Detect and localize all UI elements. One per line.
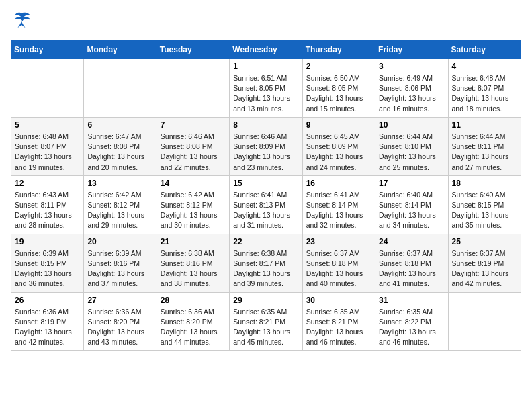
calendar-cell: 10Sunrise: 6:44 AMSunset: 8:10 PMDayligh… (375, 117, 448, 175)
day-number: 11 (452, 120, 517, 130)
calendar-cell: 6Sunrise: 6:47 AMSunset: 8:08 PMDaylight… (84, 117, 157, 175)
day-info: Sunrise: 6:37 AMSunset: 8:18 PMDaylight:… (306, 248, 371, 289)
day-info: Sunrise: 6:50 AMSunset: 8:05 PMDaylight:… (306, 73, 371, 114)
day-number: 26 (15, 295, 80, 305)
day-info: Sunrise: 6:46 AMSunset: 8:08 PMDaylight:… (161, 132, 226, 173)
day-number: 7 (161, 120, 226, 130)
day-number: 2 (306, 62, 371, 71)
calendar-cell: 23Sunrise: 6:37 AMSunset: 8:18 PMDayligh… (302, 234, 375, 292)
day-number: 20 (87, 237, 152, 246)
calendar-cell: 29Sunrise: 6:35 AMSunset: 8:21 PMDayligh… (230, 292, 302, 351)
calendar-cell: 31Sunrise: 6:35 AMSunset: 8:22 PMDayligh… (375, 292, 448, 351)
calendar-cell: 26Sunrise: 6:36 AMSunset: 8:19 PMDayligh… (11, 292, 84, 351)
calendar-table: SundayMondayTuesdayWednesdayThursdayFrid… (11, 40, 521, 351)
day-number: 10 (379, 120, 444, 130)
day-info: Sunrise: 6:40 AMSunset: 8:15 PMDaylight:… (452, 190, 517, 231)
day-number: 23 (306, 237, 371, 246)
day-info: Sunrise: 6:39 AMSunset: 8:15 PMDaylight:… (15, 248, 80, 289)
day-info: Sunrise: 6:35 AMSunset: 8:22 PMDaylight:… (379, 307, 444, 348)
calendar-cell: 19Sunrise: 6:39 AMSunset: 8:15 PMDayligh… (11, 234, 84, 292)
day-number: 25 (452, 237, 517, 246)
calendar-week-row: 12Sunrise: 6:43 AMSunset: 8:11 PMDayligh… (11, 175, 521, 234)
day-number: 4 (452, 62, 517, 71)
day-info: Sunrise: 6:46 AMSunset: 8:09 PMDaylight:… (233, 132, 298, 173)
day-info: Sunrise: 6:35 AMSunset: 8:21 PMDaylight:… (233, 307, 298, 348)
day-number: 5 (15, 120, 80, 130)
day-info: Sunrise: 6:40 AMSunset: 8:14 PMDaylight:… (379, 190, 444, 231)
day-info: Sunrise: 6:35 AMSunset: 8:21 PMDaylight:… (306, 307, 371, 348)
day-info: Sunrise: 6:38 AMSunset: 8:17 PMDaylight:… (233, 248, 298, 289)
day-info: Sunrise: 6:41 AMSunset: 8:14 PMDaylight:… (306, 190, 371, 231)
day-info: Sunrise: 6:38 AMSunset: 8:16 PMDaylight:… (161, 248, 226, 289)
calendar-cell: 3Sunrise: 6:49 AMSunset: 8:06 PMDaylight… (375, 59, 448, 118)
calendar-cell: 24Sunrise: 6:37 AMSunset: 8:18 PMDayligh… (375, 234, 448, 292)
day-number: 29 (233, 295, 298, 305)
calendar-cell (11, 59, 84, 118)
calendar-cell: 16Sunrise: 6:41 AMSunset: 8:14 PMDayligh… (302, 175, 375, 234)
calendar-cell (157, 59, 229, 118)
day-number: 27 (87, 295, 152, 305)
day-number: 17 (379, 179, 444, 188)
calendar-week-row: 26Sunrise: 6:36 AMSunset: 8:19 PMDayligh… (11, 292, 521, 351)
logo-bird-icon (12, 11, 31, 30)
day-number: 24 (379, 237, 444, 246)
calendar-cell: 13Sunrise: 6:42 AMSunset: 8:12 PMDayligh… (84, 175, 157, 234)
calendar-week-row: 5Sunrise: 6:48 AMSunset: 8:07 PMDaylight… (11, 117, 521, 175)
day-info: Sunrise: 6:51 AMSunset: 8:05 PMDaylight:… (233, 73, 298, 114)
calendar-cell: 14Sunrise: 6:42 AMSunset: 8:12 PMDayligh… (157, 175, 229, 234)
day-info: Sunrise: 6:41 AMSunset: 8:13 PMDaylight:… (233, 190, 298, 231)
day-number: 21 (161, 237, 226, 246)
calendar-cell: 4Sunrise: 6:48 AMSunset: 8:07 PMDaylight… (448, 59, 521, 118)
day-number: 22 (233, 237, 298, 246)
day-of-week-header: Friday (375, 41, 448, 59)
day-info: Sunrise: 6:36 AMSunset: 8:20 PMDaylight:… (161, 307, 226, 348)
calendar-cell: 30Sunrise: 6:35 AMSunset: 8:21 PMDayligh… (302, 292, 375, 351)
day-info: Sunrise: 6:44 AMSunset: 8:10 PMDaylight:… (379, 132, 444, 173)
day-info: Sunrise: 6:43 AMSunset: 8:11 PMDaylight:… (15, 190, 80, 231)
day-number: 9 (306, 120, 371, 130)
calendar-cell: 15Sunrise: 6:41 AMSunset: 8:13 PMDayligh… (230, 175, 302, 234)
day-info: Sunrise: 6:48 AMSunset: 8:07 PMDaylight:… (452, 73, 517, 114)
day-of-week-header: Monday (84, 41, 157, 59)
day-info: Sunrise: 6:42 AMSunset: 8:12 PMDaylight:… (161, 190, 226, 231)
day-number: 3 (379, 62, 444, 71)
calendar-cell: 18Sunrise: 6:40 AMSunset: 8:15 PMDayligh… (448, 175, 521, 234)
calendar-cell: 27Sunrise: 6:36 AMSunset: 8:20 PMDayligh… (84, 292, 157, 351)
calendar-week-row: 19Sunrise: 6:39 AMSunset: 8:15 PMDayligh… (11, 234, 521, 292)
day-info: Sunrise: 6:47 AMSunset: 8:08 PMDaylight:… (87, 132, 152, 173)
day-number: 6 (87, 120, 152, 130)
day-info: Sunrise: 6:37 AMSunset: 8:19 PMDaylight:… (452, 248, 517, 289)
calendar-cell: 20Sunrise: 6:39 AMSunset: 8:16 PMDayligh… (84, 234, 157, 292)
page-header (11, 11, 521, 32)
calendar-cell: 12Sunrise: 6:43 AMSunset: 8:11 PMDayligh… (11, 175, 84, 234)
calendar-week-row: 1Sunrise: 6:51 AMSunset: 8:05 PMDaylight… (11, 59, 521, 118)
day-number: 16 (306, 179, 371, 188)
day-number: 19 (15, 237, 80, 246)
calendar-cell (448, 292, 521, 351)
day-info: Sunrise: 6:44 AMSunset: 8:11 PMDaylight:… (452, 132, 517, 173)
calendar-cell: 21Sunrise: 6:38 AMSunset: 8:16 PMDayligh… (157, 234, 229, 292)
calendar-cell: 8Sunrise: 6:46 AMSunset: 8:09 PMDaylight… (230, 117, 302, 175)
calendar-cell: 1Sunrise: 6:51 AMSunset: 8:05 PMDaylight… (230, 59, 302, 118)
day-number: 1 (233, 62, 298, 71)
day-info: Sunrise: 6:36 AMSunset: 8:20 PMDaylight:… (87, 307, 152, 348)
calendar-cell: 22Sunrise: 6:38 AMSunset: 8:17 PMDayligh… (230, 234, 302, 292)
day-of-week-header: Tuesday (157, 41, 229, 59)
calendar-cell (84, 59, 157, 118)
day-info: Sunrise: 6:42 AMSunset: 8:12 PMDaylight:… (87, 190, 152, 231)
day-info: Sunrise: 6:36 AMSunset: 8:19 PMDaylight:… (15, 307, 80, 348)
calendar-cell: 9Sunrise: 6:45 AMSunset: 8:09 PMDaylight… (302, 117, 375, 175)
day-number: 14 (161, 179, 226, 188)
day-of-week-header: Thursday (302, 41, 375, 59)
calendar-cell: 5Sunrise: 6:48 AMSunset: 8:07 PMDaylight… (11, 117, 84, 175)
day-number: 18 (452, 179, 517, 188)
calendar-cell: 28Sunrise: 6:36 AMSunset: 8:20 PMDayligh… (157, 292, 229, 351)
day-info: Sunrise: 6:37 AMSunset: 8:18 PMDaylight:… (379, 248, 444, 289)
day-of-week-header: Wednesday (230, 41, 302, 59)
day-info: Sunrise: 6:45 AMSunset: 8:09 PMDaylight:… (306, 132, 371, 173)
day-number: 12 (15, 179, 80, 188)
day-info: Sunrise: 6:39 AMSunset: 8:16 PMDaylight:… (87, 248, 152, 289)
day-number: 31 (379, 295, 444, 305)
calendar-cell: 11Sunrise: 6:44 AMSunset: 8:11 PMDayligh… (448, 117, 521, 175)
day-number: 15 (233, 179, 298, 188)
